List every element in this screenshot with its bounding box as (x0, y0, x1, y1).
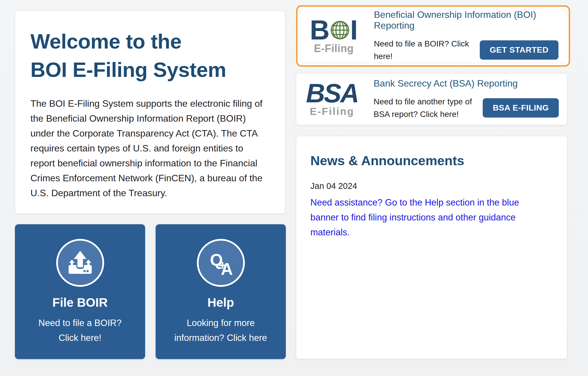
bsa-logo-word: BSA (305, 81, 360, 106)
news-title: News & Announcements (310, 153, 553, 168)
boi-reporting-prompt: Need to file a BOIR? Click here! (374, 37, 480, 63)
page-title: Welcome to the BOI E-Filing System (30, 27, 270, 84)
help-section-link[interactable]: Need assistance? Go to the Help section … (310, 195, 549, 240)
bsa-reporting-title: Bank Secrecy Act (BSA) Reporting (374, 78, 559, 89)
boi-reporting-title: Beneficial Ownership Information (BOI) R… (374, 9, 558, 31)
welcome-card: Welcome to the BOI E-Filing System The B… (15, 11, 285, 214)
bsa-prompt-line1: Need to file another type of (374, 95, 472, 108)
bsa-efiling-logo: BSA E-Filing (305, 81, 360, 117)
bsa-reporting-prompt: Need to file another type of BSA report?… (374, 95, 472, 120)
bsa-prompt-line2: BSA report? Click here! (374, 108, 472, 120)
qa-icon: Q + A (197, 239, 245, 287)
boi-efiling-logo: B I E-Filing (308, 17, 360, 55)
help-tile[interactable]: Q + A Help Looking for more information?… (156, 224, 286, 359)
boi-reporting-card: B I E-Filing Beneficial Ownershi (300, 9, 566, 63)
help-tile-subtitle: Looking for more information? Click here (171, 315, 271, 345)
get-started-button[interactable]: GET STARTED (480, 40, 558, 60)
bsa-efiling-button[interactable]: BSA E-FILING (483, 98, 559, 118)
qa-icon-glyph: Q + A (207, 249, 235, 277)
news-date: Jan 04 2024 (310, 181, 553, 191)
welcome-paragraph: The BOI E-Filing System supports the ele… (30, 96, 270, 201)
news-announcements-card: News & Announcements Jan 04 2024 Need as… (296, 136, 567, 359)
file-boir-tile[interactable]: File BOIR Need to file a BOIR? Click her… (15, 224, 145, 359)
upload-icon-glyph (66, 249, 94, 277)
boi-logo-efiling-label: E-Filing (308, 42, 360, 55)
svg-text:A: A (221, 260, 233, 277)
boi-reporting-highlight-border: B I E-Filing Beneficial Ownershi (296, 5, 570, 67)
page-title-line1: Welcome to the (30, 27, 270, 56)
bsa-reporting-card: BSA E-Filing Bank Secrecy Act (BSA) Repo… (296, 73, 567, 125)
page-title-line2: BOI E-Filing System (30, 56, 270, 84)
file-boir-tile-title: File BOIR (15, 296, 145, 310)
file-boir-tile-subtitle: Need to file a BOIR? Click here! (30, 315, 130, 345)
boi-logo-letter-i: I (350, 17, 358, 43)
upload-icon (56, 239, 104, 287)
help-tile-title: Help (156, 296, 286, 310)
globe-icon (330, 20, 350, 40)
boi-logo-letter-b: B (310, 17, 330, 43)
bsa-logo-efiling-label: E-Filing (305, 106, 360, 117)
